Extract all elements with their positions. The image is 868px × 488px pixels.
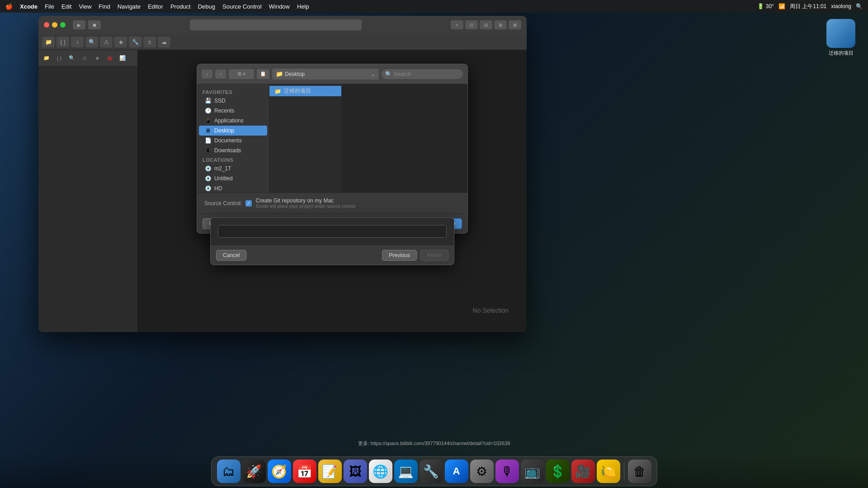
- sidebar-item-desktop[interactable]: 🖥 Desktop: [199, 126, 267, 136]
- ssd-label: SSD: [214, 98, 226, 104]
- sidebar-debug-btn[interactable]: 🐞: [104, 53, 115, 63]
- dialog-search-bar[interactable]: 🔍 Search: [382, 69, 463, 79]
- dock-safari[interactable]: 🧭: [268, 460, 291, 483]
- warning-btn[interactable]: ⚠: [100, 37, 113, 47]
- menu-navigate[interactable]: Navigate: [118, 3, 141, 10]
- layout-btn1[interactable]: ⊟: [480, 20, 492, 29]
- sidebar-item-recents[interactable]: 🕐 Recents: [199, 106, 267, 116]
- menu-product[interactable]: Product: [170, 3, 191, 10]
- file-column-2: [342, 84, 405, 192]
- dock-trash[interactable]: 🗑: [628, 460, 651, 483]
- path-label: Desktop: [285, 71, 305, 77]
- maximize-button[interactable]: [60, 22, 66, 28]
- dock-finder[interactable]: 🗂: [217, 460, 241, 483]
- sidebar-item-documents[interactable]: 📄 Documents: [199, 136, 267, 145]
- env-btn[interactable]: ☁: [158, 37, 170, 47]
- menu-file[interactable]: File: [45, 3, 54, 10]
- dock-launchpad[interactable]: 🚀: [242, 460, 266, 483]
- file-item-migrated[interactable]: 📁 迁移的项目 ›: [269, 86, 341, 96]
- dialog-sidebar: Favorites 💾 SSD 🕐 Recents 📱: [197, 84, 269, 192]
- search-btn[interactable]: 🔍: [85, 37, 98, 47]
- editor-button[interactable]: ⊡: [465, 20, 478, 29]
- dock-photos[interactable]: 🖼: [344, 460, 367, 483]
- source-control-section: Source Control: ✓ Create Git repository …: [197, 192, 467, 213]
- sidebar-item-m2_1t[interactable]: 💿 m2_1T: [199, 164, 267, 174]
- dialog-view-toggle[interactable]: ⊞ ≡: [229, 69, 254, 79]
- dialog-back-btn[interactable]: ‹: [202, 70, 212, 79]
- menu-source-control[interactable]: Source Control: [222, 3, 262, 10]
- layout-btn3[interactable]: ⊠: [509, 20, 521, 29]
- menu-help[interactable]: Help: [297, 3, 309, 10]
- dock-chrome[interactable]: 🌐: [369, 460, 392, 483]
- file-arrow: ›: [335, 89, 337, 94]
- desktop-file-icon[interactable]: 迁移的项目: [823, 19, 859, 56]
- menu-editor[interactable]: Editor: [148, 3, 163, 10]
- dock-separator: [624, 462, 624, 480]
- nav-btn[interactable]: 📁: [42, 37, 55, 47]
- menu-debug[interactable]: Debug: [198, 3, 215, 10]
- dialog-location-btn[interactable]: 📋: [257, 69, 269, 79]
- sidebar-item-hd[interactable]: 💿 HD: [199, 183, 267, 192]
- menu-xcode[interactable]: Xcode: [20, 3, 38, 10]
- sidebar-test-btn[interactable]: ◈: [92, 53, 103, 63]
- main-content: 📁 { } 🔍 ⚠ ◈ 🐞 📊 No Selection ‹ ›: [38, 50, 527, 332]
- sidebar-warn-btn[interactable]: ⚠: [79, 53, 90, 63]
- dock-instruments[interactable]: 🔧: [420, 460, 443, 483]
- project-name-footer: Cancel Previous Finish: [211, 245, 454, 265]
- lower-cancel-button[interactable]: Cancel: [216, 250, 246, 261]
- jump-btn[interactable]: ↕: [71, 37, 84, 47]
- finish-button: Finish: [420, 250, 448, 261]
- source-control-label: Source Control:: [204, 200, 242, 206]
- sidebar-item-untitled[interactable]: 💿 Untitled: [199, 174, 267, 183]
- dialog-body: Favorites 💾 SSD 🕐 Recents 📱: [197, 84, 467, 192]
- sidebar-item-applications[interactable]: 📱 Applications: [199, 116, 267, 126]
- git-checkbox[interactable]: ✓: [245, 200, 252, 206]
- dialog-forward-btn[interactable]: ›: [215, 70, 226, 79]
- git-repo-text: Create Git repository on my Mac: [255, 197, 355, 204]
- dock-container: 🗂 🚀 🧭 📅 📝 🖼 🌐 💻 🔧 A ⚙ 🎙 📺 💲 🎥 🍋 🗑: [211, 456, 657, 486]
- file-label-migrated: 迁移的项目: [284, 87, 311, 95]
- add-button[interactable]: +: [451, 20, 463, 29]
- search-menubar-icon[interactable]: 🔍: [856, 3, 863, 9]
- close-button[interactable]: [44, 22, 49, 28]
- menu-find[interactable]: Find: [99, 3, 110, 10]
- menu-window[interactable]: Window: [269, 3, 290, 10]
- file-navigator: 📁 { } 🔍 ⚠ ◈ 🐞 📊: [38, 50, 138, 332]
- test-btn[interactable]: ◈: [114, 37, 127, 47]
- sidebar-search-btn[interactable]: 🔍: [66, 53, 77, 63]
- sidebar-sym-btn[interactable]: { }: [54, 53, 65, 63]
- source-btn[interactable]: ±: [143, 37, 156, 47]
- layout-btn2[interactable]: ⊞: [494, 20, 507, 29]
- bottom-info-bar: 更多: https://space.bilibili.com/397790144…: [0, 438, 868, 448]
- project-name-input[interactable]: [218, 225, 447, 238]
- dialog-path-selector[interactable]: 📁 Desktop ⌄: [272, 69, 379, 80]
- apple-menu[interactable]: 🍎: [5, 3, 13, 10]
- stop-button[interactable]: ⏹: [88, 20, 101, 29]
- menu-edit[interactable]: Edit: [61, 3, 71, 10]
- sidebar-item-ssd[interactable]: 💾 SSD: [199, 96, 267, 106]
- user-name: xiaolong: [831, 3, 851, 9]
- dock-notes[interactable]: 📝: [318, 460, 342, 483]
- dock-calendar[interactable]: 📅: [293, 460, 316, 483]
- run-button[interactable]: ▶: [73, 20, 85, 29]
- traffic-lights: [44, 22, 66, 28]
- sidebar-nav-btn[interactable]: 📁: [41, 53, 52, 63]
- dock-podcasts[interactable]: 🎙: [495, 460, 519, 483]
- sidebar-item-downloads[interactable]: ⬇ Downloads: [199, 145, 267, 155]
- documents-icon: 📄: [204, 137, 212, 144]
- dock-vscode[interactable]: 💻: [394, 460, 418, 483]
- dock-appstore[interactable]: A: [445, 460, 468, 483]
- minimize-button[interactable]: [52, 22, 57, 28]
- dock-systemprefs[interactable]: ⚙: [470, 460, 494, 483]
- debug-btn[interactable]: 🔧: [129, 37, 142, 47]
- previous-button[interactable]: Previous: [382, 250, 417, 261]
- dock-lemon[interactable]: 🍋: [597, 460, 620, 483]
- sidebar-report-btn[interactable]: 📊: [117, 53, 128, 63]
- dock-appletv[interactable]: 📺: [521, 460, 544, 483]
- dock-terminal[interactable]: 💲: [546, 460, 570, 483]
- symbol-btn[interactable]: { }: [57, 37, 69, 47]
- dock-screenrecord[interactable]: 🎥: [571, 460, 595, 483]
- untitled-icon: 💿: [204, 175, 212, 182]
- menu-view[interactable]: View: [79, 3, 91, 10]
- scheme-selector[interactable]: [190, 19, 362, 30]
